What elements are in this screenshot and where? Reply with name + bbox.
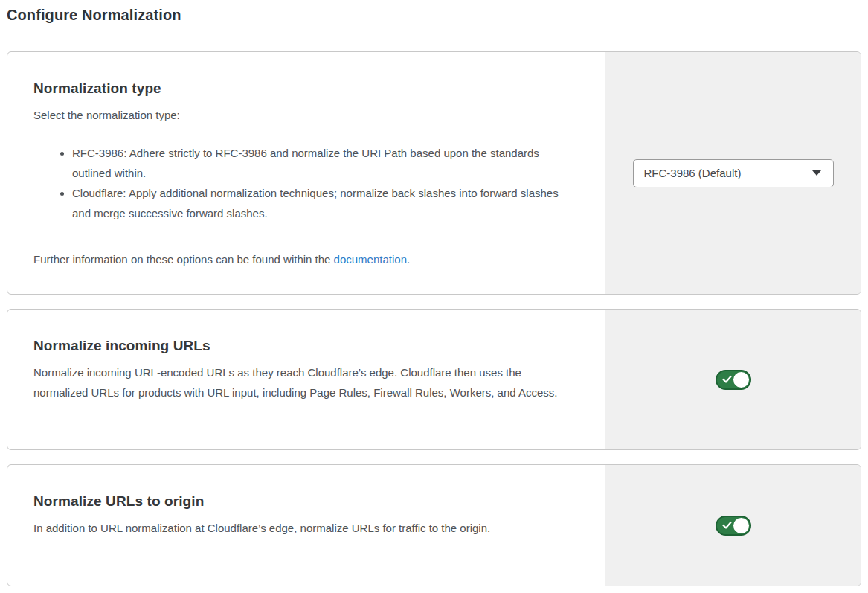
card-normalize-incoming-urls: Normalize incoming URLs Normalize incomi…: [7, 309, 861, 450]
toggle-knob: [733, 518, 749, 533]
check-icon: [722, 522, 732, 530]
footer-text-suffix: .: [407, 253, 410, 266]
further-information-line: Further information on these options can…: [33, 249, 576, 269]
footer-text-prefix: Further information on these options can…: [33, 253, 334, 266]
normalization-options-list: RFC-3986: Adhere strictly to RFC-3986 an…: [33, 143, 576, 223]
cloudflare-option-description: Cloudflare: Apply additional normalizati…: [72, 183, 565, 223]
normalization-type-control-panel: RFC-3986 (Default): [605, 52, 861, 294]
card-normalization-type: Normalization type Select the normalizat…: [7, 51, 861, 295]
card-normalize-urls-to-origin: Normalize URLs to origin In addition to …: [7, 464, 861, 586]
normalize-incoming-urls-toggle[interactable]: [716, 370, 751, 390]
toggle-knob: [733, 372, 749, 388]
rfc-3986-option-description: RFC-3986: Adhere strictly to RFC-3986 an…: [72, 143, 565, 183]
chevron-down-icon: [812, 170, 821, 176]
normalize-incoming-urls-heading: Normalize incoming URLs: [33, 336, 576, 355]
normalize-urls-to-origin-description: In addition to URL normalization at Clou…: [33, 518, 576, 538]
normalize-urls-to-origin-toggle[interactable]: [716, 516, 751, 536]
configure-normalization-page: Configure Normalization Normalization ty…: [0, 0, 868, 593]
normalize-incoming-urls-control-panel: [605, 310, 861, 449]
normalization-type-intro: Select the normalization type:: [33, 105, 576, 125]
normalize-urls-to-origin-control-panel: [605, 465, 861, 586]
normalize-incoming-urls-content: Normalize incoming URLs Normalize incomi…: [7, 310, 605, 449]
normalize-urls-to-origin-content: Normalize URLs to origin In addition to …: [7, 465, 605, 586]
normalize-urls-to-origin-heading: Normalize URLs to origin: [33, 492, 576, 510]
normalization-type-select-value: RFC-3986 (Default): [644, 167, 742, 179]
normalization-type-content: Normalization type Select the normalizat…: [7, 52, 605, 294]
check-icon: [722, 376, 732, 384]
page-title: Configure Normalization: [7, 7, 861, 24]
documentation-link[interactable]: documentation: [334, 253, 407, 266]
normalize-incoming-urls-description: Normalize incoming URL-encoded URLs as t…: [33, 362, 576, 403]
normalization-type-heading: Normalization type: [33, 79, 576, 97]
normalization-type-select[interactable]: RFC-3986 (Default): [633, 159, 834, 187]
